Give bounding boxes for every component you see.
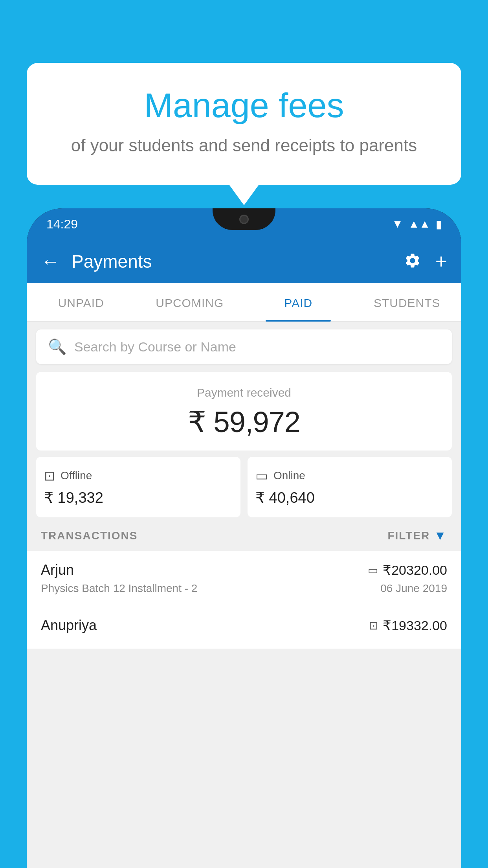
transaction-bottom: Physics Batch 12 Installment - 2 06 June… (41, 582, 447, 595)
tab-upcoming[interactable]: UPCOMING (136, 283, 244, 321)
offline-card-header: ⊡ Offline (44, 468, 233, 484)
table-row[interactable]: Arjun ▭ ₹20320.00 Physics Batch 12 Insta… (27, 551, 461, 606)
payment-received-label: Payment received (46, 386, 442, 399)
bubble-title: Manage fees (50, 86, 438, 125)
transaction-course: Physics Batch 12 Installment - 2 (41, 582, 197, 595)
filter-button[interactable]: FILTER ▼ (387, 528, 447, 543)
table-row[interactable]: Anupriya ⊡ ₹19332.00 (27, 606, 461, 649)
wifi-icon: ▼ (392, 218, 403, 230)
tabs-bar: UNPAID UPCOMING PAID STUDENTS (27, 283, 461, 322)
card-icon: ▭ (368, 564, 378, 577)
filter-icon: ▼ (434, 528, 447, 543)
payment-received-card: Payment received ₹ 59,972 (36, 372, 452, 451)
offline-label: Offline (61, 469, 92, 482)
transaction-name: Anupriya (41, 617, 97, 634)
transaction-top: Arjun ▭ ₹20320.00 (41, 562, 447, 578)
online-card-header: ▭ Online (255, 468, 444, 484)
payment-received-amount: ₹ 59,972 (46, 405, 442, 439)
tab-unpaid[interactable]: UNPAID (27, 283, 136, 321)
transaction-top: Anupriya ⊡ ₹19332.00 (41, 617, 447, 634)
payment-cards: ⊡ Offline ₹ 19,332 ▭ Online ₹ 40,640 (36, 457, 452, 517)
phone-screen: ← Payments + UNPAID UPCOMING PAID (27, 240, 461, 868)
offline-amount: ₹ 19,332 (44, 489, 233, 506)
settings-icon[interactable] (404, 252, 421, 271)
tab-paid[interactable]: PAID (244, 283, 353, 321)
battery-icon: ▮ (436, 218, 442, 231)
search-icon: 🔍 (48, 338, 66, 355)
transaction-amount: ₹20320.00 (383, 562, 447, 578)
transactions-label: TRANSACTIONS (41, 530, 138, 542)
app-header: ← Payments + (27, 240, 461, 283)
filter-label: FILTER (387, 530, 430, 542)
transaction-list: Arjun ▭ ₹20320.00 Physics Batch 12 Insta… (27, 551, 461, 649)
header-icons: + (404, 251, 447, 272)
tab-students[interactable]: STUDENTS (353, 283, 462, 321)
bubble-subtitle: of your students and send receipts to pa… (50, 133, 438, 158)
transaction-date: 06 June 2019 (380, 582, 447, 595)
offline-card: ⊡ Offline ₹ 19,332 (36, 457, 240, 517)
transaction-amount-box: ▭ ₹20320.00 (368, 562, 447, 578)
online-amount: ₹ 40,640 (255, 489, 444, 506)
search-input[interactable]: Search by Course or Name (74, 339, 440, 355)
transactions-header: TRANSACTIONS FILTER ▼ (27, 517, 461, 551)
status-icons: ▼ ▲▲ ▮ (392, 218, 442, 231)
rupee-icon: ⊡ (369, 619, 378, 632)
online-card: ▭ Online ₹ 40,640 (248, 457, 452, 517)
promo-bubble: Manage fees of your students and send re… (27, 63, 461, 185)
notch-camera (239, 215, 249, 224)
phone-notch (213, 208, 275, 230)
transaction-name: Arjun (41, 562, 74, 578)
search-bar[interactable]: 🔍 Search by Course or Name (36, 329, 452, 364)
signal-icon: ▲▲ (409, 218, 430, 230)
transaction-amount-box: ⊡ ₹19332.00 (369, 618, 447, 633)
phone-frame: 14:29 ▼ ▲▲ ▮ ← Payments + UNPAID (27, 208, 461, 868)
status-bar: 14:29 ▼ ▲▲ ▮ (27, 208, 461, 240)
offline-icon: ⊡ (44, 468, 55, 484)
transaction-amount: ₹19332.00 (383, 618, 447, 633)
status-time: 14:29 (46, 217, 78, 232)
back-button[interactable]: ← (41, 252, 60, 271)
header-title: Payments (72, 251, 392, 272)
online-icon: ▭ (255, 468, 268, 484)
online-label: Online (273, 469, 305, 482)
add-icon[interactable]: + (435, 251, 447, 272)
